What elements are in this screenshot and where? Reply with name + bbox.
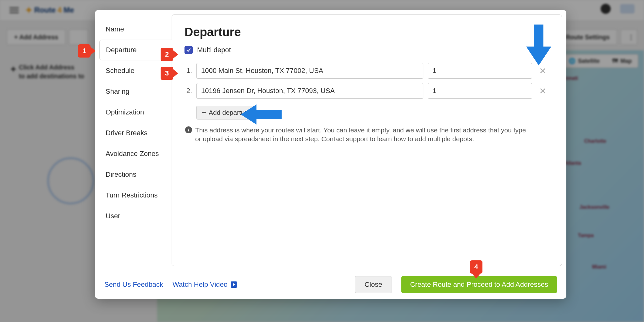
multi-depot-label: Multi depot bbox=[197, 46, 231, 54]
sidebar-item-driver-breaks[interactable]: Driver Breaks bbox=[99, 123, 172, 143]
sidebar-item-avoidance-zones[interactable]: Avoidance Zones bbox=[99, 143, 172, 164]
sidebar-item-user[interactable]: User bbox=[99, 206, 172, 226]
sidebar-item-name[interactable]: Name bbox=[99, 19, 172, 40]
close-icon bbox=[539, 87, 546, 94]
annotation-callout-1: 1 bbox=[78, 44, 96, 58]
sidebar-item-turn-restrictions[interactable]: Turn Restrictions bbox=[99, 185, 172, 206]
multi-depot-row: Multi depot bbox=[184, 46, 549, 54]
sidebar-item-optimization[interactable]: Optimization bbox=[99, 102, 172, 123]
annotation-callout-4: 4 bbox=[470, 260, 482, 279]
close-button[interactable]: Close bbox=[355, 276, 392, 293]
departure-address-input[interactable] bbox=[196, 63, 423, 79]
departure-panel: Departure Multi depot 1. 2. bbox=[172, 14, 562, 266]
departure-delete-button[interactable] bbox=[537, 64, 549, 77]
big-arrow-left-icon bbox=[241, 104, 282, 125]
annotation-badge: 3 bbox=[161, 67, 173, 80]
panel-title: Departure bbox=[184, 25, 549, 39]
watch-help-video-link[interactable]: Watch Help Video bbox=[173, 280, 237, 289]
annotation-arrow-right-icon bbox=[173, 50, 178, 58]
departure-row: 2. bbox=[184, 83, 549, 99]
departure-count-input[interactable] bbox=[428, 83, 532, 99]
check-icon bbox=[186, 47, 191, 53]
send-feedback-link[interactable]: Send Us Feedback bbox=[104, 280, 163, 289]
annotation-callout-3: 3 bbox=[161, 67, 178, 80]
departure-count-input[interactable] bbox=[428, 63, 532, 79]
annotation-arrow-down-icon bbox=[472, 274, 480, 279]
create-route-button[interactable]: Create Route and Proceed to Add Addresse… bbox=[401, 276, 557, 293]
departure-address-input[interactable] bbox=[196, 83, 423, 99]
departure-delete-button[interactable] bbox=[537, 85, 549, 97]
departure-number: 1. bbox=[184, 67, 192, 75]
sidebar-item-directions[interactable]: Directions bbox=[99, 164, 172, 185]
departure-number: 2. bbox=[184, 87, 192, 95]
info-row: i This address is where your routes will… bbox=[185, 126, 528, 144]
annotation-badge: 2 bbox=[161, 48, 173, 61]
close-icon bbox=[539, 67, 546, 74]
big-arrow-down-icon bbox=[526, 25, 551, 65]
watch-help-video-label: Watch Help Video bbox=[173, 280, 228, 289]
multi-depot-checkbox[interactable] bbox=[184, 46, 193, 54]
annotation-badge: 1 bbox=[78, 44, 91, 58]
annotation-arrow-right-icon bbox=[91, 47, 96, 55]
annotation-badge: 4 bbox=[470, 260, 482, 274]
departure-row: 1. bbox=[184, 63, 549, 79]
info-text: This address is where your routes will s… bbox=[195, 126, 528, 144]
annotation-callout-2: 2 bbox=[161, 48, 178, 61]
modal-footer: Send Us Feedback Watch Help Video Close … bbox=[95, 270, 566, 299]
annotation-arrow-right-icon bbox=[173, 69, 178, 77]
sidebar-item-sharing[interactable]: Sharing bbox=[99, 81, 172, 102]
play-icon bbox=[231, 281, 237, 288]
plus-icon: + bbox=[202, 109, 206, 116]
info-icon: i bbox=[185, 126, 192, 133]
